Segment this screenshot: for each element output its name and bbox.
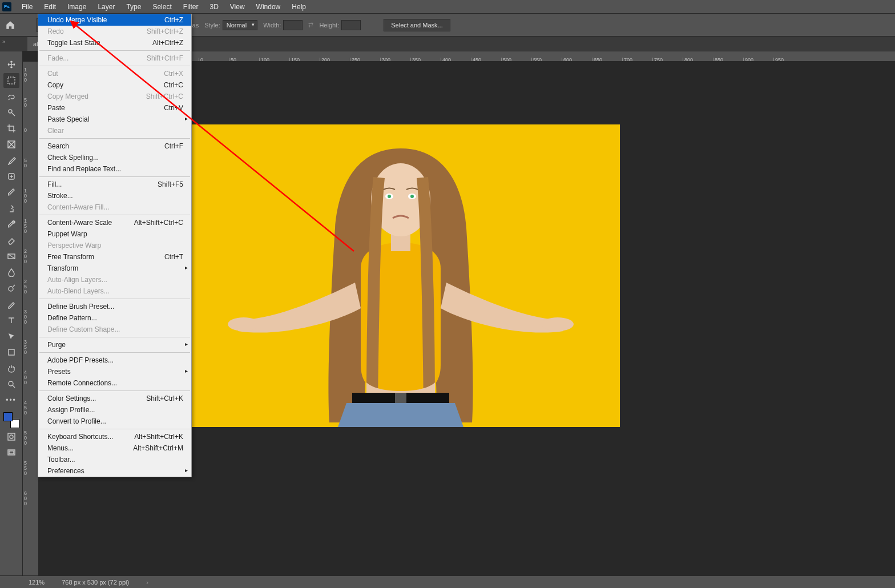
ruler-tick: 50: [24, 158, 27, 168]
menu-item-presets[interactable]: Presets: [38, 366, 191, 377]
gradient-tool[interactable]: [3, 249, 19, 264]
menu-item-color-settings[interactable]: Color Settings...Shift+Ctrl+K: [38, 393, 191, 404]
home-button[interactable]: [3, 18, 17, 32]
menu-item-search[interactable]: SearchCtrl+F: [38, 140, 191, 152]
menu-item-convert-to-profile[interactable]: Convert to Profile...: [38, 416, 191, 427]
menu-separator: [39, 50, 190, 51]
ruler-tick: 150: [24, 219, 27, 234]
brush-tool[interactable]: [3, 185, 19, 200]
menu-item-define-pattern[interactable]: Define Pattern...: [38, 312, 191, 324]
menu-item-keyboard-shortcuts[interactable]: Keyboard Shortcuts...Alt+Shift+Ctrl+K: [38, 431, 191, 442]
expand-toolbar-icon[interactable]: »: [2, 39, 5, 45]
menu-filter[interactable]: Filter: [178, 1, 204, 13]
menu-item-clear: Clear: [38, 125, 191, 136]
ruler-tick: 650: [592, 58, 602, 61]
swap-wh-icon[interactable]: ⇄: [308, 21, 313, 29]
marquee-tool[interactable]: [3, 73, 19, 88]
clone-tool[interactable]: [3, 201, 19, 216]
menu-item-paste-special[interactable]: Paste Special: [38, 114, 191, 125]
menu-item-assign-profile[interactable]: Assign Profile...: [38, 404, 191, 416]
width-input[interactable]: [283, 20, 303, 30]
path-select-tool[interactable]: [3, 329, 19, 344]
status-bar: 121% 768 px x 530 px (72 ppi) ›: [0, 575, 895, 588]
ruler-tick: 400: [441, 58, 451, 61]
quick-mask-icon[interactable]: [3, 429, 19, 444]
svg-point-12: [9, 287, 13, 291]
menu-item-adobe-pdf-presets[interactable]: Adobe PDF Presets...: [38, 355, 191, 366]
ruler-tick: 100: [24, 188, 27, 204]
ruler-tick: 300: [24, 309, 27, 325]
menu-separator: [39, 215, 190, 215]
pen-tool[interactable]: [3, 297, 19, 312]
doc-info: 768 px x 530 px (72 ppi): [62, 579, 129, 586]
edit-toolbar-icon[interactable]: •••: [3, 393, 19, 408]
menu-image[interactable]: Image: [62, 1, 92, 13]
menu-separator: [39, 352, 190, 353]
heal-tool[interactable]: [3, 169, 19, 184]
document-canvas[interactable]: [182, 124, 620, 427]
dodge-tool[interactable]: [3, 281, 19, 296]
blur-tool[interactable]: [3, 265, 19, 280]
menu-select[interactable]: Select: [147, 1, 177, 13]
menu-separator: [39, 299, 190, 299]
menu-item-check-spelling[interactable]: Check Spelling...: [38, 152, 191, 163]
menu-item-content-aware-fill: Content-Aware Fill...: [38, 202, 191, 213]
style-select[interactable]: Normal: [223, 20, 257, 30]
ruler-tick: 200: [320, 58, 330, 61]
menu-item-purge[interactable]: Purge: [38, 339, 191, 351]
menu-file[interactable]: File: [16, 1, 38, 13]
status-chevron-icon[interactable]: ›: [146, 579, 148, 586]
shape-tool[interactable]: [3, 345, 19, 360]
menu-item-toolbar[interactable]: Toolbar...: [38, 454, 191, 465]
menu-view[interactable]: View: [224, 1, 251, 13]
crop-tool[interactable]: [3, 121, 19, 136]
menu-item-define-custom-shape: Define Custom Shape...: [38, 324, 191, 335]
menu-item-define-brush-preset[interactable]: Define Brush Preset...: [38, 301, 191, 312]
screen-mode-icon[interactable]: [3, 445, 19, 460]
select-and-mask-button[interactable]: Select and Mask...: [384, 19, 450, 31]
menu-item-menus[interactable]: Menus...Alt+Shift+Ctrl+M: [38, 442, 191, 454]
ruler-tick: 50: [229, 58, 236, 61]
zoom-tool[interactable]: [3, 377, 19, 392]
menu-item-fade: Fade...Shift+Ctrl+F: [38, 53, 191, 64]
menu-item-transform[interactable]: Transform: [38, 263, 191, 274]
svg-point-2: [9, 110, 12, 113]
frame-tool[interactable]: [3, 137, 19, 152]
svg-point-9: [13, 221, 15, 223]
ruler-tick: 500: [24, 430, 27, 446]
menu-item-fill[interactable]: Fill...Shift+F5: [38, 179, 191, 190]
zoom-level[interactable]: 121%: [29, 579, 45, 586]
lasso-tool[interactable]: [3, 89, 19, 104]
ruler-tick: 500: [501, 58, 511, 61]
type-tool[interactable]: [3, 313, 19, 328]
ruler-tick: 600: [24, 491, 27, 506]
menu-item-free-transform[interactable]: Free TransformCtrl+T: [38, 251, 191, 263]
menu-layer[interactable]: Layer: [92, 1, 120, 13]
menu-3d[interactable]: 3D: [204, 1, 224, 13]
height-input[interactable]: [341, 20, 361, 30]
eyedropper-tool[interactable]: [3, 153, 19, 168]
menu-item-copy[interactable]: CopyCtrl+C: [38, 79, 191, 91]
eraser-tool[interactable]: [3, 233, 19, 248]
history-brush-tool[interactable]: [3, 217, 19, 232]
menu-item-preferences[interactable]: Preferences: [38, 465, 191, 477]
menu-help[interactable]: Help: [286, 1, 312, 13]
menu-item-undo-merge-visible[interactable]: Undo Merge VisibleCtrl+Z: [38, 14, 191, 26]
menu-item-find-and-replace-text[interactable]: Find and Replace Text...: [38, 163, 191, 175]
menu-window[interactable]: Window: [251, 1, 287, 13]
width-label: Width:: [263, 22, 281, 29]
menu-item-content-aware-scale[interactable]: Content-Aware ScaleAlt+Shift+Ctrl+C: [38, 217, 191, 228]
fg-color-swatch[interactable]: [3, 412, 13, 421]
menu-item-puppet-warp[interactable]: Puppet Warp: [38, 228, 191, 240]
menu-item-stroke[interactable]: Stroke...: [38, 190, 191, 202]
menu-edit[interactable]: Edit: [38, 1, 62, 13]
ruler-tick: 800: [683, 58, 693, 61]
menu-item-toggle-last-state[interactable]: Toggle Last StateAlt+Ctrl+Z: [38, 37, 191, 49]
color-swatches[interactable]: [3, 412, 19, 428]
menu-item-paste[interactable]: PasteCtrl+V: [38, 102, 191, 114]
menu-item-remote-connections[interactable]: Remote Connections...: [38, 377, 191, 389]
menu-type[interactable]: Type: [120, 1, 147, 13]
hand-tool[interactable]: [3, 361, 19, 376]
quick-select-tool[interactable]: [3, 105, 19, 120]
move-tool[interactable]: [3, 57, 19, 72]
